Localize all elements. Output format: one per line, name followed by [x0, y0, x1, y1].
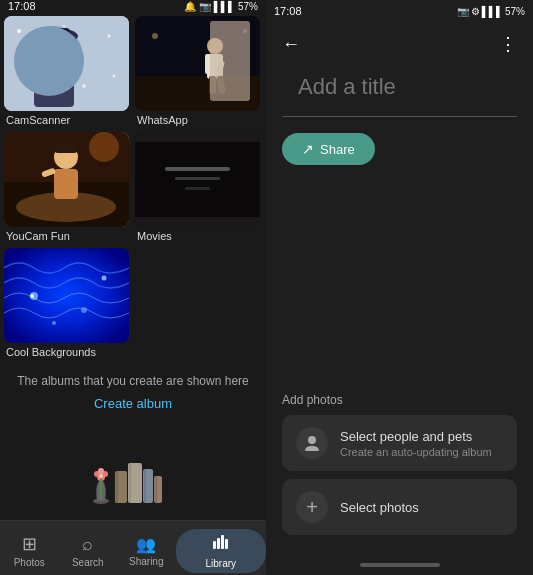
coolbg-thumb-svg: [4, 248, 129, 343]
album-item-camscanner[interactable]: CamScanner: [4, 16, 131, 128]
album-label-coolbg: Cool Backgrounds: [4, 343, 131, 360]
select-photos-icon: +: [296, 491, 328, 523]
gesture-bar-right: [266, 555, 533, 575]
status-bar-left: 17:08 🔔 📷 ▌▌▌ 57%: [0, 0, 266, 12]
people-pets-subtitle: Create an auto-updating album: [340, 446, 492, 458]
title-input-area: [282, 66, 517, 117]
svg-rect-60: [221, 535, 224, 549]
status-bar-right: 17:08 📷 ⚙ ▌▌▌ 57%: [266, 0, 533, 22]
create-album-button[interactable]: Create album: [94, 396, 172, 411]
empty-albums-text: The albums that you create are shown her…: [17, 374, 248, 388]
svg-rect-28: [54, 145, 78, 153]
battery-icon-left: 57%: [238, 1, 258, 12]
add-option-select-photos[interactable]: + Select photos: [282, 479, 517, 535]
battery-right: 57%: [505, 6, 525, 17]
album-item-youcamfun[interactable]: YouCam Fun: [4, 132, 131, 244]
more-options-button[interactable]: ⋮: [495, 29, 521, 59]
svg-rect-20: [216, 75, 226, 94]
svg-rect-55: [144, 469, 146, 503]
svg-point-47: [98, 468, 104, 474]
svg-point-22: [243, 29, 247, 33]
album-thumb-youcamfun[interactable]: [4, 132, 129, 227]
add-option-people-pets[interactable]: Select people and pets Create an auto-up…: [282, 415, 517, 471]
time-right: 17:08: [274, 5, 302, 17]
svg-rect-37: [4, 248, 129, 343]
svg-point-30: [89, 132, 119, 162]
share-section: ↗ Share: [266, 117, 533, 181]
album-item-coolbg[interactable]: Cool Backgrounds: [4, 248, 131, 360]
books-illustration: [83, 441, 183, 510]
svg-rect-33: [135, 217, 260, 227]
album-label-whatsapp: WhatsApp: [135, 111, 262, 128]
screenshot-icon: 📷: [199, 1, 211, 12]
svg-rect-34: [165, 167, 230, 171]
album-title-input[interactable]: [298, 74, 501, 100]
screenshot-icon-right: 📷: [457, 6, 469, 17]
album-thumb-coolbg[interactable]: [4, 248, 129, 343]
svg-point-11: [63, 25, 65, 27]
svg-point-21: [152, 33, 158, 39]
people-pets-icon: [296, 427, 328, 459]
svg-point-40: [81, 307, 87, 313]
svg-point-9: [22, 69, 26, 73]
svg-point-48: [99, 474, 103, 478]
svg-point-62: [308, 436, 316, 444]
svg-rect-53: [129, 463, 131, 503]
album-thumb-whatsapp[interactable]: [135, 16, 260, 111]
nav-item-library[interactable]: Library: [176, 529, 267, 573]
album-label-camscanner: CamScanner: [4, 111, 131, 128]
nav-label-library: Library: [205, 558, 236, 569]
share-button[interactable]: ↗ Share: [282, 133, 375, 165]
svg-rect-32: [135, 132, 260, 142]
nav-label-sharing: Sharing: [129, 556, 163, 567]
signal-icon: ▌▌▌: [214, 1, 235, 12]
time-left: 17:08: [8, 0, 36, 12]
bottom-nav: ⊞ Photos ⌕ Search 👥 Sharing Library: [0, 520, 266, 575]
svg-point-8: [108, 35, 111, 38]
album-item-movies[interactable]: Movies: [135, 132, 262, 244]
svg-rect-51: [116, 471, 118, 503]
svg-rect-36: [185, 187, 210, 190]
svg-point-3: [30, 28, 78, 44]
people-pets-texts: Select people and pets Create an auto-up…: [340, 429, 492, 458]
albums-grid: CamScanner: [0, 12, 266, 364]
album-item-whatsapp[interactable]: WhatsApp: [135, 16, 262, 128]
nav-item-search[interactable]: ⌕ Search: [59, 528, 118, 574]
album-label-youcamfun: YouCam Fun: [4, 227, 131, 244]
svg-rect-17: [205, 54, 213, 74]
add-photos-section: Add photos Select people and pets Create…: [266, 381, 533, 555]
movies-thumb-svg: [135, 132, 260, 227]
svg-rect-57: [155, 476, 157, 503]
svg-point-15: [207, 38, 223, 54]
svg-point-2: [32, 32, 76, 76]
ycf-thumb-svg: [4, 132, 129, 227]
select-photos-texts: Select photos: [340, 500, 419, 515]
svg-rect-14: [135, 76, 260, 111]
search-icon: ⌕: [82, 534, 93, 555]
svg-rect-4: [38, 28, 70, 42]
nav-item-sharing[interactable]: 👥 Sharing: [117, 529, 176, 573]
notification-icon: 🔔: [184, 1, 196, 12]
svg-point-5: [40, 40, 68, 72]
album-label-movies: Movies: [135, 227, 262, 244]
nav-item-photos[interactable]: ⊞ Photos: [0, 527, 59, 574]
svg-rect-63: [360, 563, 440, 567]
photos-icon: ⊞: [22, 533, 37, 555]
select-photos-title: Select photos: [340, 500, 419, 515]
nav-label-search: Search: [72, 557, 104, 568]
top-bar-right: ← ⋮: [266, 22, 533, 66]
nav-label-photos: Photos: [14, 557, 45, 568]
svg-point-41: [102, 276, 107, 281]
svg-point-39: [30, 294, 34, 298]
svg-rect-18: [214, 60, 224, 79]
svg-rect-35: [175, 177, 220, 180]
whatsapp-thumb-svg: [135, 16, 260, 111]
album-thumb-camscanner[interactable]: [4, 16, 129, 111]
back-button[interactable]: ←: [278, 30, 304, 59]
gesture-bar-indicator: [360, 563, 440, 567]
album-thumb-movies[interactable]: [135, 132, 260, 227]
right-panel: 17:08 📷 ⚙ ▌▌▌ 57% ← ⋮ ↗ Share Add photos: [266, 0, 533, 575]
sharing-icon: 👥: [136, 535, 156, 554]
share-label: Share: [320, 142, 355, 157]
camscanner-thumb-svg: [4, 16, 129, 111]
